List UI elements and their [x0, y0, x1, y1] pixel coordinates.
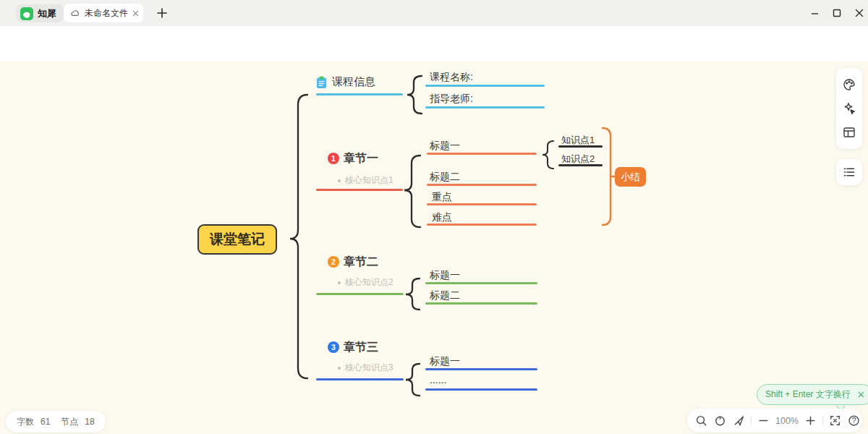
status-bar: 字数 61 节点 18 [6, 411, 106, 433]
app-logo-icon [20, 7, 33, 20]
zoom-in-button[interactable] [804, 414, 817, 427]
outline-list-icon[interactable] [842, 165, 856, 179]
node-label: 标题二 [430, 289, 460, 301]
node-label: ...... [430, 374, 446, 386]
node-course-teacher[interactable]: 指导老师: [430, 93, 473, 106]
main-toolbar [0, 26, 868, 61]
word-count-value: 61 [41, 417, 50, 427]
root-node-label: 课堂笔记 [210, 230, 265, 249]
node-label: 章节三 [344, 341, 378, 353]
node-chapter2[interactable]: 章节二 [344, 255, 378, 270]
note-label: 核心知识点3 [345, 362, 393, 374]
branch-line [558, 145, 603, 148]
branch-line [425, 106, 545, 109]
zoom-toolbar: 100% ? [687, 409, 862, 433]
node-label: 知识点2 [561, 153, 595, 164]
window-minimize-button[interactable] [808, 7, 821, 20]
badge-number: 3 [331, 343, 336, 352]
chapter1-note[interactable]: 核心知识点1 [338, 174, 393, 187]
branch-line [425, 368, 537, 370]
node-label: 标题一 [430, 269, 460, 281]
node-count-label: 节点 [61, 416, 78, 428]
branch-line [316, 93, 403, 95]
branch-line [427, 224, 537, 226]
zoom-level-value: 100% [775, 416, 799, 426]
branch-line [425, 388, 537, 391]
tab-title: 未命名文件 [85, 7, 128, 20]
word-count-label: 字数 [17, 416, 34, 428]
branch-line [316, 378, 404, 380]
node-chapter3[interactable]: 章节三 [344, 340, 378, 355]
node-label: 章节二 [344, 255, 378, 268]
branch-line [316, 189, 403, 191]
node-label: 知识点1 [561, 135, 595, 145]
node-label: 标题一 [430, 140, 460, 151]
node-label: 课程信息 [332, 75, 375, 89]
branch-line [427, 184, 537, 186]
ai-beautify-icon[interactable] [842, 101, 856, 116]
branch-line [425, 302, 537, 305]
clipboard-icon [316, 76, 327, 89]
tooltip-close-icon[interactable] [858, 391, 864, 398]
summary-node[interactable]: 小结 [615, 167, 646, 187]
style-panel [836, 68, 862, 149]
window-close-button[interactable] [853, 7, 866, 20]
shortcut-tooltip: Shift + Enter 文字换行 [757, 384, 868, 405]
tooltip-text: Shift + Enter 文字换行 [765, 388, 851, 401]
node-ch2-title2[interactable]: 标题二 [430, 289, 460, 302]
zoombar-divider [822, 416, 823, 425]
new-tab-button[interactable] [155, 6, 169, 20]
layout-structure-icon[interactable] [842, 125, 856, 140]
node-chapter1[interactable]: 章节一 [344, 151, 378, 166]
node-title2[interactable]: 标题二 [430, 171, 460, 184]
summary-label: 小结 [621, 171, 640, 184]
window-maximize-button[interactable] [830, 7, 843, 20]
node-key-points[interactable]: 重点 [432, 191, 452, 204]
app-logo[interactable]: 知犀 [16, 4, 64, 22]
search-icon[interactable] [694, 414, 708, 427]
chapter1-badge: 1 [328, 153, 339, 164]
branch-line [425, 282, 537, 284]
zoom-out-button[interactable] [757, 414, 770, 427]
cloud-icon [70, 9, 80, 17]
branch-line [427, 153, 537, 155]
chapter3-note[interactable]: 核心知识点3 [338, 362, 393, 374]
chapter3-badge: 3 [328, 341, 339, 353]
document-tab[interactable]: 未命名文件 [64, 4, 143, 22]
node-label: 重点 [432, 191, 452, 203]
fit-screen-icon[interactable] [828, 414, 842, 427]
node-label: 难点 [432, 211, 452, 223]
branch-line [316, 293, 404, 295]
help-button[interactable]: ? [847, 414, 861, 427]
theme-palette-icon[interactable] [842, 77, 856, 92]
outline-panel [836, 159, 862, 185]
mouse-mode-icon[interactable] [713, 414, 727, 427]
note-label: 核心知识点1 [345, 174, 393, 187]
node-label: 章节一 [344, 152, 378, 164]
node-ch3-title1[interactable]: 标题一 [430, 355, 460, 368]
node-label: 指导老师: [430, 93, 473, 104]
laser-pointer-icon[interactable] [732, 414, 746, 427]
chapter2-note[interactable]: 核心知识点2 [338, 276, 393, 289]
branch-line [558, 164, 603, 166]
node-label: 标题一 [430, 355, 460, 367]
zoombar-divider [751, 416, 752, 425]
chapter2-badge: 2 [328, 256, 339, 268]
node-ch3-ellipsis[interactable]: ...... [430, 374, 446, 386]
node-difficult-points[interactable]: 难点 [432, 211, 452, 224]
node-title1[interactable]: 标题一 [430, 140, 460, 153]
note-label: 核心知识点2 [345, 276, 393, 289]
node-ch2-title1[interactable]: 标题一 [430, 269, 460, 282]
node-label: 标题二 [430, 171, 460, 182]
help-glyph: ? [847, 414, 861, 427]
branch-line [427, 203, 537, 205]
app-logo-text: 知犀 [38, 7, 56, 20]
branch-line [425, 85, 545, 87]
badge-number: 2 [331, 258, 336, 266]
tab-close-icon[interactable] [132, 10, 139, 17]
node-course-info[interactable]: 课程信息 [316, 75, 375, 89]
node-course-name[interactable]: 课程名称: [430, 71, 473, 84]
badge-number: 1 [331, 154, 336, 163]
root-node[interactable]: 课堂笔记 [197, 224, 277, 255]
node-count-value: 18 [85, 417, 94, 427]
